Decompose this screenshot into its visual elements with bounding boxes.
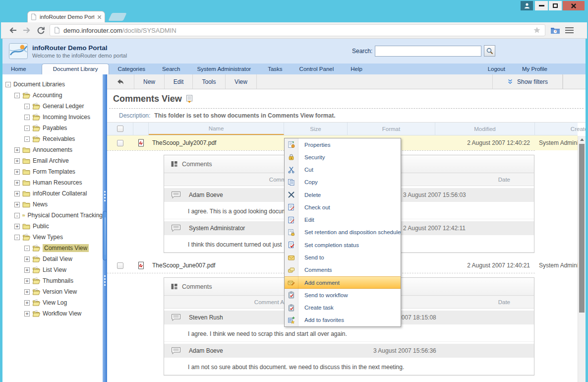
menu-item-set-completion-status[interactable]: Set completion status [285,239,401,251]
tree-item-view-types[interactable]: -View Types [2,232,103,243]
nav-my-profile[interactable]: My Profile [514,64,556,74]
tree-item-comments-view[interactable]: -Comments View [2,243,103,254]
menu-item-add-comment[interactable]: Add comment [285,276,401,289]
bookmarks-folder-icon[interactable] [550,26,560,34]
tree-item-public[interactable]: +Public [2,221,103,232]
menu-item-send-to-workflow[interactable]: Send to workflow [285,289,401,301]
url-bar[interactable]: demo.inforouter.com/doclib/SYSADMIN [50,24,545,36]
pane-splitter[interactable] [103,74,107,382]
profile-icon[interactable] [521,1,533,10]
expand-icon[interactable]: + [14,158,20,164]
tree-item-form-templates[interactable]: +Form Templates [2,166,103,177]
splitter-handle[interactable] [103,211,107,260]
reload-icon[interactable] [34,23,48,37]
column-size[interactable]: Size [284,123,348,135]
expand-icon[interactable]: + [14,180,20,186]
minimize-button[interactable] [535,1,548,10]
tree-item-workflow-view[interactable]: +Workflow View [2,308,103,319]
collapse-icon[interactable]: - [14,93,20,98]
tree-item-news[interactable]: +News [2,199,103,210]
expand-icon[interactable]: + [24,289,30,295]
tree-item-list-view[interactable]: +List View [2,264,103,275]
menu-item-send-to[interactable]: Send to [285,251,401,263]
menu-item-create-task[interactable]: Create task [285,301,401,314]
column-format[interactable]: Format [348,123,435,135]
maximize-button[interactable] [549,1,562,10]
document-name[interactable]: TheScoop_June007.pdf [149,258,284,273]
tree-item-accounting[interactable]: -Accounting [2,90,103,101]
nav-document-library[interactable]: Document Library [42,64,110,74]
show-filters-button[interactable]: Show filters [492,74,563,89]
nav-search[interactable]: Search [154,64,188,74]
menu-view[interactable]: View [226,74,257,89]
tree-item-incoming-invoices[interactable]: -Incoming Invoices [2,112,103,123]
expand-icon[interactable]: + [14,147,20,153]
new-tab-button[interactable] [108,13,126,21]
tree-item-version-view[interactable]: +Version View [2,286,103,297]
tree-item-email-archive[interactable]: +Email Archive [2,155,103,166]
folder-description-icon[interactable] [186,95,193,103]
forward-icon[interactable] [20,23,34,37]
tree-item-inforouter-collateral[interactable]: +infoRouter Collateral [2,188,103,199]
collapse-icon[interactable]: - [24,136,30,142]
nav-home[interactable]: Home [2,64,35,74]
collapse-icon[interactable]: - [5,82,11,87]
tree-item-document-libraries[interactable]: -Document Libraries [2,79,103,90]
menu-item-security[interactable]: Security [285,151,401,163]
nav-logout[interactable]: Logout [479,64,514,74]
nav-control-panel[interactable]: Control Panel [291,64,343,74]
tree-item-detail-view[interactable]: +Detail View [2,254,103,264]
select-all-checkbox[interactable] [117,126,123,132]
collapse-icon[interactable]: - [24,115,30,120]
nav-tasks[interactable]: Tasks [259,64,291,74]
menu-item-add-to-favorites[interactable]: Add to favorites [285,314,401,326]
menu-item-delete[interactable]: Delete [285,189,401,201]
menu-edit[interactable]: Edit [165,74,193,89]
back-icon[interactable] [6,23,20,37]
menu-item-set-retention[interactable]: Set retention and disposition schedule [285,226,401,239]
tree-item-thumbnails[interactable]: +Thumbnails [2,275,103,286]
up-level-button[interactable] [107,74,134,89]
search-input[interactable] [375,46,481,57]
expand-icon[interactable]: + [24,256,30,262]
expand-icon[interactable]: + [14,202,20,207]
tree-item-view-log[interactable]: +View Log [2,297,103,308]
menu-item-copy[interactable]: Copy [285,176,401,189]
menu-item-edit[interactable]: Edit [285,214,401,226]
expand-icon[interactable]: + [24,267,30,273]
nav-categories[interactable]: Categories [109,64,154,74]
menu-new[interactable]: New [134,74,165,89]
menu-item-cut[interactable]: Cut [285,164,401,176]
nav-system-administrator[interactable]: System Administrator [189,64,260,74]
nav-help[interactable]: Help [342,64,371,74]
scroll-up-icon[interactable] [578,136,586,143]
expand-icon[interactable]: + [14,191,20,196]
menu-item-comments[interactable]: Comments [285,264,401,276]
close-button[interactable] [563,1,585,10]
row-checkbox[interactable] [117,262,123,269]
tree-item-payables[interactable]: -Payables [2,123,103,133]
bookmark-star-icon[interactable] [533,26,541,34]
expand-icon[interactable]: + [14,224,20,229]
column-modified[interactable]: Modified [435,123,535,135]
menu-tools[interactable]: Tools [193,74,226,89]
collapse-icon[interactable]: - [24,104,30,109]
content-scrollbar[interactable] [578,136,586,382]
collapse-icon[interactable]: - [14,235,20,240]
search-button[interactable] [484,45,495,57]
tree-item-receivables[interactable]: -Receivables [2,133,103,144]
browser-tab[interactable]: infoRouter Demo Portal [27,11,105,22]
column-name[interactable]: Name [149,123,284,135]
row-checkbox[interactable] [117,140,123,146]
collapse-icon[interactable]: - [24,246,30,251]
tree-item-human-resources[interactable]: +Human Resources [2,177,103,188]
collapse-icon[interactable]: - [14,213,20,218]
expand-icon[interactable]: + [24,278,30,284]
tree-item-general-ledger[interactable]: -General Ledger [2,101,103,112]
menu-hamburger-icon[interactable] [565,26,574,34]
tab-close-icon[interactable] [97,15,102,19]
tree-item-annoucements[interactable]: +Annoucements [2,144,103,155]
document-name[interactable]: TheScoop_July2007.pdf [149,135,284,150]
expand-icon[interactable]: + [24,300,30,306]
menu-item-check-out[interactable]: Check out [285,201,401,213]
